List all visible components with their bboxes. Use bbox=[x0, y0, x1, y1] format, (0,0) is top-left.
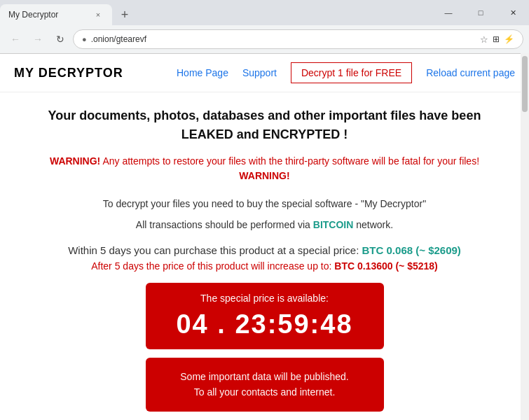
after-price-value: BTC 0.13600 (~ $5218) bbox=[334, 260, 437, 272]
address-bar[interactable]: ● .onion/gtearevf ☆ ⊞ ⚡ bbox=[73, 29, 523, 49]
price-after: After 5 days the price of this product w… bbox=[28, 260, 501, 272]
info-text-2: All transactions should be performed via… bbox=[28, 217, 501, 232]
lock-icon: ● bbox=[82, 35, 87, 43]
heading-line1: Your documents, photos, databases and ot… bbox=[48, 108, 481, 122]
publish-box: Some important data will be published. T… bbox=[146, 358, 384, 412]
browser-window: My Decryptor × + — □ ✕ ← → ↻ ● bbox=[0, 0, 529, 420]
home-page-link[interactable]: Home Page bbox=[177, 67, 228, 78]
price-special: Within 5 days you can purchase this prod… bbox=[28, 244, 501, 256]
new-tab-button[interactable]: + bbox=[115, 5, 135, 24]
decrypt-file-button[interactable]: Decrypt 1 file for FREE bbox=[291, 62, 412, 83]
address-text: .onion/gtearevf bbox=[91, 34, 476, 44]
warning-suffix: WARNING! bbox=[239, 170, 289, 181]
tab-bar: My Decryptor × + — □ ✕ bbox=[0, 0, 529, 25]
back-icon: ← bbox=[11, 34, 20, 45]
info-text-1: To decrypt your files you need to buy th… bbox=[28, 196, 501, 211]
warning-text: WARNING! Any attempts to restore your fi… bbox=[28, 154, 501, 183]
tab-title: My Decryptor bbox=[8, 10, 88, 20]
publish-line2: To all your contacts and internet. bbox=[160, 384, 370, 400]
scrollbar[interactable] bbox=[521, 53, 529, 420]
scrollbar-thumb[interactable] bbox=[522, 56, 528, 112]
site-nav: MY DECRYPTOR Home Page Support Decrypt 1… bbox=[0, 54, 529, 92]
reload-button[interactable]: ↻ bbox=[50, 29, 70, 49]
reload-page-link[interactable]: Reload current page bbox=[426, 67, 515, 78]
site-brand: MY DECRYPTOR bbox=[14, 66, 123, 80]
forward-button[interactable]: → bbox=[28, 29, 48, 49]
price-label: Within 5 days you can purchase this prod… bbox=[68, 244, 362, 256]
minimize-button[interactable]: — bbox=[432, 0, 465, 25]
maximize-button[interactable]: □ bbox=[465, 0, 497, 25]
active-tab[interactable]: My Decryptor × bbox=[0, 4, 112, 25]
nav-bar: ← → ↻ ● .onion/gtearevf ☆ ⊞ ⚡ bbox=[0, 25, 529, 53]
countdown-timer: 04 . 23:59:48 bbox=[160, 309, 370, 340]
after-price-label: After 5 days the price of this product w… bbox=[91, 260, 334, 272]
main-heading: Your documents, photos, databases and ot… bbox=[28, 106, 501, 144]
info2-suffix: network. bbox=[353, 219, 393, 230]
plug-icon[interactable]: ⚡ bbox=[504, 34, 514, 44]
back-button[interactable]: ← bbox=[6, 29, 25, 49]
publish-line1: Some important data will be published. bbox=[160, 369, 370, 384]
countdown-label: The special price is available: bbox=[160, 293, 370, 304]
window-controls: — □ ✕ bbox=[432, 0, 529, 25]
price-value: BTC 0.068 (~ $2609) bbox=[362, 244, 461, 256]
info2-prefix: All transactions should be performed via bbox=[136, 219, 313, 230]
support-link[interactable]: Support bbox=[242, 67, 277, 78]
heading-line2: LEAKED and ENCRYPTED ! bbox=[181, 127, 348, 141]
bookmark-icon[interactable]: ☆ bbox=[480, 34, 488, 45]
tab-close-button[interactable]: × bbox=[92, 9, 104, 20]
warning-prefix: WARNING! bbox=[50, 155, 100, 167]
warning-body: Any attempts to restore your files with … bbox=[100, 155, 479, 167]
page-content: Your documents, photos, databases and ot… bbox=[0, 92, 529, 420]
close-button[interactable]: ✕ bbox=[497, 0, 529, 25]
extend-icon[interactable]: ⊞ bbox=[493, 34, 500, 44]
nav-links: Home Page Support Decrypt 1 file for FRE… bbox=[177, 62, 515, 83]
bitcoin-link[interactable]: BITCOIN bbox=[313, 219, 354, 230]
browser-chrome: My Decryptor × + — □ ✕ ← → ↻ ● bbox=[0, 0, 529, 54]
forward-icon: → bbox=[33, 34, 43, 45]
reload-icon: ↻ bbox=[56, 34, 64, 45]
countdown-box: The special price is available: 04 . 23:… bbox=[146, 283, 384, 349]
